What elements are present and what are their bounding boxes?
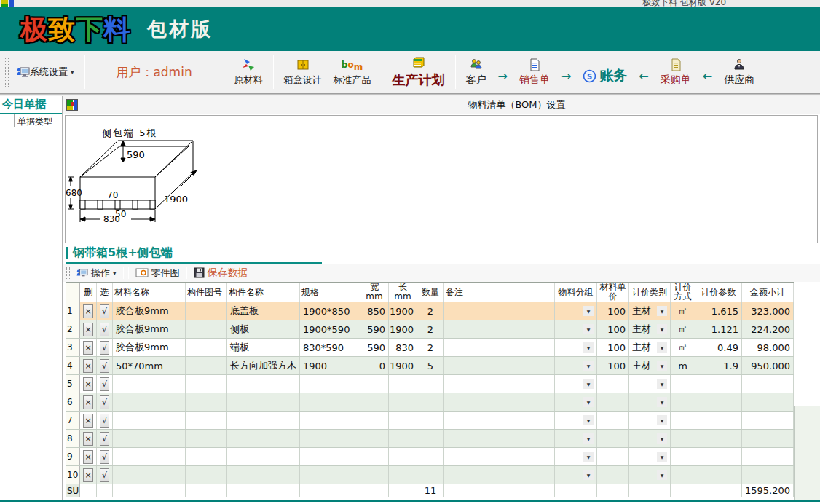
cell-param[interactable] bbox=[695, 466, 742, 484]
cell-material[interactable]: 胶合板9mm bbox=[113, 302, 186, 320]
raw-materials-button[interactable]: 原材料 bbox=[229, 56, 269, 88]
cell-component[interactable]: 长方向加强方木 bbox=[227, 357, 300, 374]
category-dropdown[interactable]: ▼ bbox=[657, 470, 667, 480]
cell-drawing_no[interactable] bbox=[186, 466, 227, 484]
cell-spec[interactable]: 830*590 bbox=[300, 339, 360, 356]
select-row-button[interactable]: √ bbox=[100, 377, 109, 391]
cell-note[interactable] bbox=[444, 393, 555, 411]
cell-qty[interactable] bbox=[417, 393, 444, 411]
delete-row-button[interactable]: × bbox=[83, 304, 93, 318]
cell-note[interactable] bbox=[444, 448, 555, 465]
cell-width[interactable] bbox=[360, 466, 389, 484]
cell-param[interactable] bbox=[695, 393, 742, 411]
cell-material[interactable] bbox=[113, 393, 186, 411]
cell-spec[interactable]: 1900 bbox=[300, 357, 360, 374]
cell-material[interactable] bbox=[113, 412, 186, 429]
cell-note[interactable] bbox=[444, 339, 555, 356]
cell-width[interactable] bbox=[360, 393, 389, 411]
cell-note[interactable] bbox=[444, 375, 555, 393]
cell-note[interactable] bbox=[444, 302, 555, 320]
accounting-button[interactable]: S 账务 bbox=[577, 58, 633, 87]
system-settings-button[interactable]: 系统设置 ▾ bbox=[11, 63, 80, 81]
cell-spec[interactable]: 1900*590 bbox=[300, 320, 360, 338]
cell-width[interactable] bbox=[360, 375, 389, 393]
cell-material[interactable] bbox=[113, 430, 186, 447]
category-dropdown[interactable]: ▼ bbox=[657, 415, 667, 425]
cell-unit_price[interactable]: 100 bbox=[597, 339, 629, 356]
cell-length[interactable] bbox=[389, 448, 417, 465]
select-row-button[interactable]: √ bbox=[100, 359, 109, 373]
cell-material[interactable] bbox=[113, 375, 186, 393]
cell-component[interactable]: 端板 bbox=[227, 339, 300, 356]
cell-length[interactable]: 830 bbox=[389, 339, 417, 356]
production-plan-button[interactable]: 生产计划 bbox=[387, 54, 451, 90]
group-dropdown[interactable]: ▼ bbox=[583, 452, 594, 462]
category-dropdown[interactable]: ▼ bbox=[657, 379, 667, 389]
cell-width[interactable] bbox=[360, 430, 389, 447]
cell-drawing_no[interactable] bbox=[186, 320, 227, 338]
cell-spec[interactable] bbox=[300, 393, 360, 411]
delete-row-button[interactable]: × bbox=[83, 377, 93, 391]
delete-row-button[interactable]: × bbox=[83, 468, 93, 482]
part-drawing-button[interactable]: 零件图 bbox=[131, 266, 184, 280]
cell-component[interactable] bbox=[227, 412, 300, 429]
group-dropdown[interactable]: ▼ bbox=[583, 306, 594, 316]
cell-unit_price[interactable] bbox=[597, 448, 629, 465]
cell-qty[interactable] bbox=[417, 448, 444, 465]
delete-row-button[interactable]: × bbox=[83, 450, 93, 464]
select-row-button[interactable]: √ bbox=[100, 468, 109, 482]
category-dropdown[interactable]: ▼ bbox=[657, 397, 667, 407]
cell-component[interactable]: 侧板 bbox=[227, 320, 300, 338]
cell-param[interactable]: 0.49 bbox=[695, 339, 742, 356]
box-design-button[interactable]: 箱盒设计 bbox=[278, 56, 328, 88]
cell-unit_price[interactable] bbox=[597, 430, 629, 447]
cell-spec[interactable] bbox=[300, 448, 360, 465]
cell-unit_price[interactable] bbox=[597, 466, 629, 484]
cell-qty[interactable]: 2 bbox=[417, 320, 444, 338]
category-dropdown[interactable]: ▼ bbox=[657, 306, 667, 316]
select-row-button[interactable]: √ bbox=[100, 432, 109, 446]
cell-length[interactable] bbox=[389, 412, 417, 429]
cell-unit_price[interactable] bbox=[597, 412, 629, 429]
cell-material[interactable]: 胶合板9mm bbox=[113, 320, 186, 338]
delete-row-button[interactable]: × bbox=[83, 395, 93, 409]
cell-unit_price[interactable]: 100 bbox=[597, 320, 629, 338]
group-dropdown[interactable]: ▼ bbox=[583, 361, 594, 371]
delete-row-button[interactable]: × bbox=[83, 341, 93, 355]
cell-param[interactable] bbox=[695, 375, 742, 393]
cell-component[interactable] bbox=[227, 393, 300, 411]
cell-length[interactable] bbox=[389, 375, 417, 393]
cell-width[interactable]: 850 bbox=[360, 302, 389, 320]
cell-unit_price[interactable] bbox=[597, 375, 629, 393]
delete-row-button[interactable]: × bbox=[83, 432, 93, 446]
cell-width[interactable]: 590 bbox=[360, 339, 389, 356]
cell-qty[interactable] bbox=[417, 430, 444, 447]
save-data-button[interactable]: 保存数据 bbox=[189, 266, 253, 280]
cell-drawing_no[interactable] bbox=[186, 430, 227, 447]
cell-note[interactable] bbox=[444, 412, 555, 429]
cell-drawing_no[interactable] bbox=[186, 412, 227, 429]
purchase-orders-button[interactable]: 采购单 bbox=[655, 56, 697, 88]
category-dropdown[interactable]: ▼ bbox=[657, 452, 667, 462]
cell-drawing_no[interactable] bbox=[186, 448, 227, 465]
cell-drawing_no[interactable] bbox=[186, 302, 227, 320]
cell-length[interactable] bbox=[389, 466, 417, 484]
operate-button[interactable]: 操作 ▾ bbox=[72, 266, 121, 280]
group-dropdown[interactable]: ▼ bbox=[583, 397, 594, 407]
category-dropdown[interactable]: ▼ bbox=[657, 361, 667, 371]
cell-spec[interactable] bbox=[300, 375, 360, 393]
category-dropdown[interactable]: ▼ bbox=[657, 342, 667, 353]
cell-width[interactable] bbox=[360, 448, 389, 465]
suppliers-button[interactable]: 供应商 bbox=[718, 56, 760, 88]
cell-spec[interactable] bbox=[300, 412, 360, 429]
delete-row-button[interactable]: × bbox=[83, 414, 93, 428]
cell-unit_price[interactable]: 100 bbox=[597, 302, 629, 320]
cell-material[interactable]: 50*70mm bbox=[113, 357, 186, 374]
cell-note[interactable] bbox=[444, 320, 555, 338]
customers-button[interactable]: 客户 bbox=[460, 56, 492, 88]
cell-unit_price[interactable] bbox=[597, 393, 629, 411]
select-row-button[interactable]: √ bbox=[100, 395, 109, 409]
cell-qty[interactable]: 5 bbox=[417, 357, 444, 374]
cell-material[interactable]: 胶合板9mm bbox=[113, 339, 186, 356]
cell-note[interactable] bbox=[444, 466, 555, 484]
